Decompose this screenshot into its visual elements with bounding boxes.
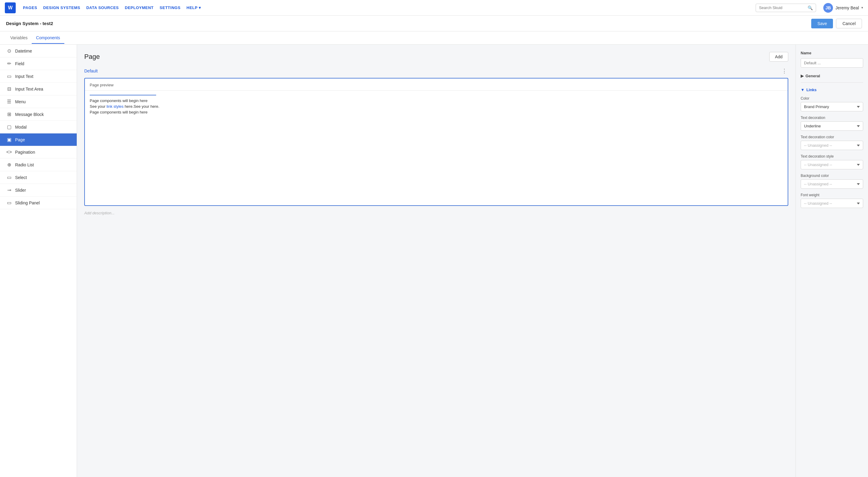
input-text-area-icon: ⊟ (6, 86, 12, 92)
chevron-right-icon: ▶ (801, 74, 804, 78)
sidebar-item-pagination[interactable]: <> Pagination (0, 146, 77, 159)
preview-divider (90, 95, 156, 95)
input-text-icon: ▭ (6, 73, 12, 79)
text-decoration-color-label: Text decoration color (801, 135, 863, 139)
page-icon: ▣ (6, 137, 12, 142)
nav-deployment[interactable]: DEPLOYMENT (125, 4, 153, 11)
sidebar-item-label: Page (15, 137, 25, 142)
sidebar: ⊙ Datetime ✏ Field ▭ Input Text ⊟ Input … (0, 45, 77, 477)
sidebar-item-label: Menu (15, 99, 26, 104)
sidebar-item-menu[interactable]: ☰ Menu (0, 95, 77, 108)
search-box: 🔍 (756, 4, 816, 12)
slider-icon: ⊸ (6, 187, 12, 193)
modal-icon: ▢ (6, 124, 12, 130)
panel-name-label: Name (801, 51, 863, 55)
section-name: Default (84, 68, 780, 73)
user-name: Jeremy Beal (835, 5, 859, 10)
avatar: JB (823, 3, 833, 13)
links-section-header[interactable]: ▼ Links (801, 86, 863, 93)
content-header: Page Add (84, 52, 788, 62)
page-preview-card: Page preview Page components will begin … (84, 78, 788, 206)
preview-line-3: Page components will begin here (90, 110, 783, 115)
sidebar-item-label: Input Text Area (15, 87, 43, 92)
preview-line-1: Page components will begin here (90, 98, 783, 103)
color-label: Color (801, 96, 863, 100)
general-section-header[interactable]: ▶ General (801, 72, 863, 80)
sidebar-item-select[interactable]: ▭ Select (0, 171, 77, 184)
panel-divider (801, 83, 863, 83)
add-description[interactable]: Add description... (84, 211, 788, 215)
sidebar-item-label: Pagination (15, 150, 35, 155)
nav-design-systems[interactable]: DESIGN SYSTEMS (43, 4, 80, 11)
radio-list-icon: ⊕ (6, 162, 12, 167)
nav-pages[interactable]: PAGES (23, 4, 37, 11)
sidebar-item-label: Datetime (15, 49, 32, 54)
sidebar-item-input-text-area[interactable]: ⊟ Input Text Area (0, 83, 77, 95)
preview-line-2: See your link styles here.See your here. (90, 104, 783, 109)
sidebar-item-modal[interactable]: ▢ Modal (0, 121, 77, 133)
app-logo[interactable]: W (5, 2, 16, 13)
user-area[interactable]: JB Jeremy Beal ▾ (823, 3, 863, 13)
cancel-button[interactable]: Cancel (836, 19, 862, 28)
sidebar-item-radio-list[interactable]: ⊕ Radio List (0, 159, 77, 171)
sidebar-item-label: Field (15, 61, 24, 66)
panel-name-input[interactable] (801, 58, 863, 68)
background-color-select[interactable]: -- Unassigned -- (801, 179, 863, 189)
text-decoration-style-select[interactable]: -- Unassigned -- (801, 160, 863, 169)
add-button[interactable]: Add (769, 52, 788, 62)
page-title: Page (84, 53, 769, 61)
main-layout: ⊙ Datetime ✏ Field ▭ Input Text ⊟ Input … (0, 45, 868, 477)
message-block-icon: ⊞ (6, 112, 12, 117)
sidebar-item-input-text[interactable]: ▭ Input Text (0, 70, 77, 83)
text-decoration-style-label: Text decoration style (801, 154, 863, 159)
sidebar-item-page[interactable]: ▣ Page (0, 133, 77, 146)
nav-data-sources[interactable]: DATA SOURCES (86, 4, 119, 11)
sidebar-item-sliding-panel[interactable]: ▭ Sliding Panel (0, 196, 77, 209)
nav-help[interactable]: HELP ▾ (187, 4, 201, 11)
sidebar-item-label: Input Text (15, 74, 33, 79)
sidebar-item-label: Radio List (15, 162, 34, 167)
search-icon: 🔍 (808, 5, 813, 10)
tab-components[interactable]: Components (32, 32, 64, 44)
save-button[interactable]: Save (811, 19, 833, 28)
nav-settings[interactable]: SETTINGS (160, 4, 181, 11)
header-bar: Design System - test2 Save Cancel (0, 16, 868, 31)
sidebar-item-label: Select (15, 175, 27, 180)
text-decoration-select[interactable]: Underline None Line-through (801, 121, 863, 131)
datetime-icon: ⊙ (6, 48, 12, 54)
sidebar-item-label: Modal (15, 125, 27, 129)
section-header: Default ⋮ (84, 66, 788, 75)
sidebar-item-label: Slider (15, 188, 26, 193)
links-section-content: Color Brand Primary -- Unassigned -- Tex… (801, 96, 863, 212)
sidebar-item-slider[interactable]: ⊸ Slider (0, 184, 77, 196)
field-icon: ✏ (6, 61, 12, 66)
design-system-title: Design System - test2 (6, 21, 811, 26)
text-decoration-label: Text decoration (801, 116, 863, 120)
preview-body: Page components will begin here See your… (85, 91, 788, 205)
font-weight-label: Font weight (801, 193, 863, 197)
sidebar-item-label: Sliding Panel (15, 200, 40, 205)
sidebar-item-datetime[interactable]: ⊙ Datetime (0, 45, 77, 57)
pagination-icon: <> (6, 150, 12, 155)
color-select[interactable]: Brand Primary -- Unassigned -- (801, 102, 863, 112)
links-label: Links (806, 88, 817, 92)
general-label: General (805, 74, 820, 78)
select-icon: ▭ (6, 174, 12, 180)
preview-header: Page preview (85, 78, 788, 91)
tab-variables[interactable]: Variables (6, 32, 32, 44)
right-panel: Name ▶ General ▼ Links Color Brand Prima… (796, 45, 868, 477)
sidebar-item-message-block[interactable]: ⊞ Message Block (0, 108, 77, 121)
background-color-label: Background color (801, 173, 863, 178)
top-navigation: W PAGES DESIGN SYSTEMS DATA SOURCES DEPL… (0, 0, 868, 16)
sidebar-item-field[interactable]: ✏ Field (0, 57, 77, 70)
sliding-panel-icon: ▭ (6, 200, 12, 205)
sidebar-item-label: Message Block (15, 112, 44, 117)
section-menu-icon[interactable]: ⋮ (780, 66, 788, 75)
link-styles-link[interactable]: link styles (106, 104, 124, 109)
text-decoration-color-select[interactable]: -- Unassigned -- (801, 141, 863, 150)
header-actions: Save Cancel (811, 19, 862, 28)
nav-links: PAGES DESIGN SYSTEMS DATA SOURCES DEPLOY… (23, 4, 201, 11)
search-input[interactable] (759, 5, 806, 10)
menu-icon: ☰ (6, 99, 12, 104)
font-weight-select[interactable]: -- Unassigned -- (801, 199, 863, 208)
